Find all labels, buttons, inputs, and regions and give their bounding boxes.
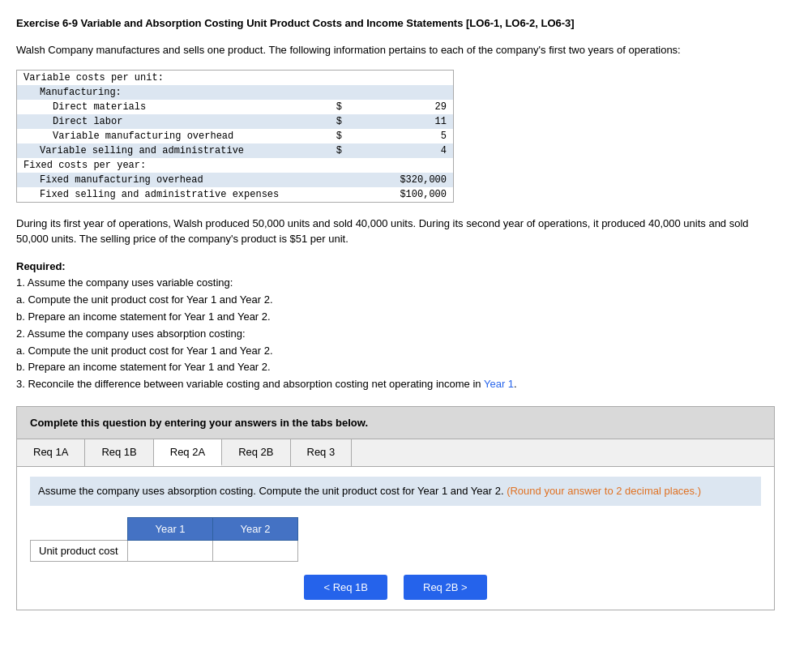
table-row-val-1 <box>348 85 453 100</box>
tab-req2b[interactable]: Req 2B <box>222 439 290 466</box>
req-item-7: 3. Reconcile the difference between vari… <box>16 378 517 390</box>
tab-content: Assume the company uses absorption costi… <box>17 467 774 610</box>
table-row-val-3: 11 <box>348 114 453 129</box>
next-button[interactable]: Req 2B > <box>404 575 487 600</box>
row-label: Unit product cost <box>31 540 128 561</box>
table-row-sym-3: $ <box>323 114 348 129</box>
table-row-val-5: 4 <box>348 143 453 158</box>
tabs-row: Req 1AReq 1BReq 2AReq 2BReq 3 <box>17 439 774 467</box>
table-row-sym-4: $ <box>323 129 348 143</box>
table-row-sym-7 <box>323 173 348 187</box>
tab-instruction-orange: (Round your answer to 2 decimal places.) <box>507 485 701 497</box>
req-item-4: 2. Assume the company uses absorption co… <box>16 327 246 340</box>
year1-input-cell[interactable] <box>128 540 213 561</box>
table-row-sym-5: $ <box>323 143 348 158</box>
year2-header: Year 2 <box>213 517 298 540</box>
table-row-val-8: $100,000 <box>348 187 453 202</box>
prev-button[interactable]: < Req 1B <box>304 575 387 600</box>
table-row-val-7: $320,000 <box>348 173 453 187</box>
req-item-6: b. Prepare an income statement for Year … <box>16 361 271 373</box>
req-item-3: b. Prepare an income statement for Year … <box>16 310 271 323</box>
intro-text: Walsh Company manufactures and sells one… <box>16 42 775 58</box>
required-section: Required: 1. Assume the company uses var… <box>16 259 775 393</box>
required-label: Required: <box>16 260 66 272</box>
data-table-wrapper: Variable costs per unit:Manufacturing:Di… <box>16 70 454 203</box>
table-row-val-0 <box>348 71 453 85</box>
table-row-label-7: Fixed manufacturing overhead <box>17 173 323 187</box>
year1-input[interactable] <box>130 542 211 559</box>
table-row-label-8: Fixed selling and administrative expense… <box>17 187 323 202</box>
table-row-sym-1 <box>323 85 348 100</box>
tabs-container: Req 1AReq 1BReq 2AReq 2BReq 3 Assume the… <box>16 439 775 610</box>
tab-instruction-text: Assume the company uses absorption costi… <box>38 485 507 497</box>
tab-req3[interactable]: Req 3 <box>291 439 353 466</box>
year1-header: Year 1 <box>128 517 213 540</box>
table-row-sym-8 <box>323 187 348 202</box>
table-row-sym-2: $ <box>323 100 348 114</box>
empty-header <box>31 517 128 540</box>
tab-req1b[interactable]: Req 1B <box>85 439 153 466</box>
tab-req2a[interactable]: Req 2A <box>154 439 222 466</box>
table-row-val-2: 29 <box>348 100 453 114</box>
table-row-sym-0 <box>323 71 348 85</box>
page-title: Exercise 6-9 Variable and Absorption Cos… <box>16 16 775 31</box>
req-item-2: a. Compute the unit product cost for Yea… <box>16 293 273 306</box>
table-row-label-0: Variable costs per unit: <box>17 71 323 85</box>
instruction-box: Complete this question by entering your … <box>16 406 775 439</box>
table-row-label-3: Direct labor <box>17 114 323 129</box>
table-row-label-4: Variable manufacturing overhead <box>17 129 323 143</box>
section-text: During its first year of operations, Wal… <box>16 216 775 247</box>
year2-input-cell[interactable] <box>213 540 298 561</box>
table-row-val-4: 5 <box>348 129 453 143</box>
btn-row: < Req 1B Req 2B > <box>30 575 761 600</box>
table-row-label-6: Fixed costs per year: <box>17 158 323 173</box>
req-item-5: a. Compute the unit product cost for Yea… <box>16 345 273 357</box>
table-row-val-6 <box>348 158 453 173</box>
year2-input[interactable] <box>215 542 296 559</box>
table-row-sym-6 <box>323 158 348 173</box>
answer-table: Year 1 Year 2 Unit product cost <box>30 517 298 562</box>
unit-product-cost-row: Unit product cost <box>31 540 298 561</box>
table-row-label-5: Variable selling and administrative <box>17 143 323 158</box>
table-row-label-1: Manufacturing: <box>17 85 323 100</box>
tab-instruction: Assume the company uses absorption costi… <box>30 477 761 506</box>
tab-req1a[interactable]: Req 1A <box>17 439 85 466</box>
cost-data-table: Variable costs per unit:Manufacturing:Di… <box>17 71 453 202</box>
table-row-label-2: Direct materials <box>17 100 323 114</box>
req-item-1: 1. Assume the company uses variable cost… <box>16 276 233 289</box>
